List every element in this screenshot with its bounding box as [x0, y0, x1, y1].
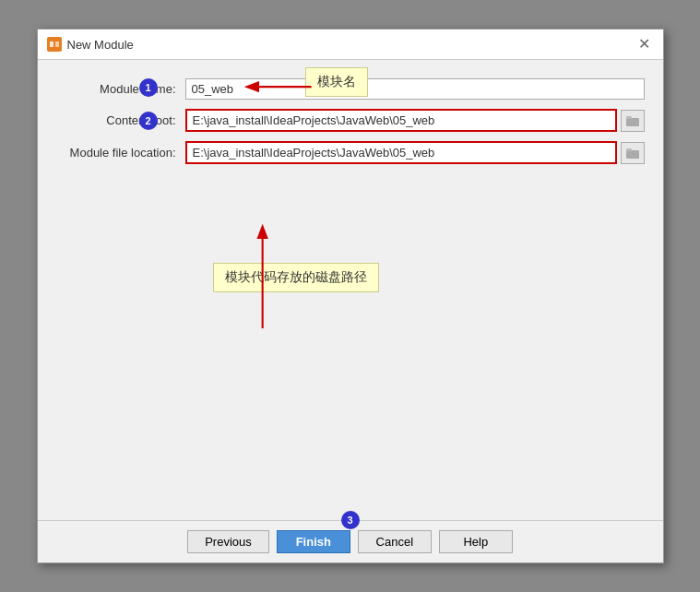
dialog-footer: Previous Finish 3 Cancel Help [38, 520, 663, 562]
module-file-location-label: Module file location: [56, 146, 185, 160]
module-file-input-wrapper [185, 141, 645, 164]
dialog-icon [47, 37, 62, 52]
svg-rect-4 [626, 116, 632, 119]
tooltip-disk-path: 模块代码存放的磁盘路径 [213, 263, 379, 292]
step-badge-1: 1 [139, 78, 158, 97]
module-name-label: Module name: [56, 82, 185, 96]
content-root-input-wrapper [185, 109, 645, 132]
module-file-location-input[interactable] [185, 141, 617, 164]
finish-button[interactable]: Finish [277, 530, 350, 553]
module-name-input-wrapper [185, 78, 645, 100]
close-button[interactable]: ✕ [635, 35, 654, 53]
svg-rect-1 [50, 41, 53, 47]
step-badge-3: 3 [341, 511, 360, 529]
previous-button[interactable]: Previous [187, 530, 269, 553]
step-badge-2: 2 [139, 112, 158, 130]
content-root-label: Content root: [56, 113, 185, 127]
new-module-dialog: New Module ✕ 1 Module name: 2 Content ro… [37, 29, 664, 563]
title-bar-left: New Module [47, 37, 134, 52]
dialog-body: 1 Module name: 2 Content root: [38, 60, 663, 520]
tooltip-module-name: 模块名 [305, 67, 368, 97]
svg-rect-2 [55, 41, 59, 47]
cancel-button[interactable]: Cancel [358, 530, 432, 553]
content-root-input[interactable] [185, 109, 617, 132]
svg-rect-6 [626, 148, 632, 151]
dialog-title: New Module [67, 38, 134, 52]
svg-rect-5 [626, 150, 639, 159]
help-button[interactable]: Help [439, 530, 513, 553]
title-bar: New Module ✕ [38, 30, 663, 60]
module-file-folder-button[interactable] [621, 142, 645, 164]
module-file-location-row: Module file location: [56, 141, 645, 164]
content-root-folder-button[interactable] [621, 110, 645, 132]
module-name-input[interactable] [185, 78, 645, 100]
svg-rect-3 [626, 118, 639, 126]
